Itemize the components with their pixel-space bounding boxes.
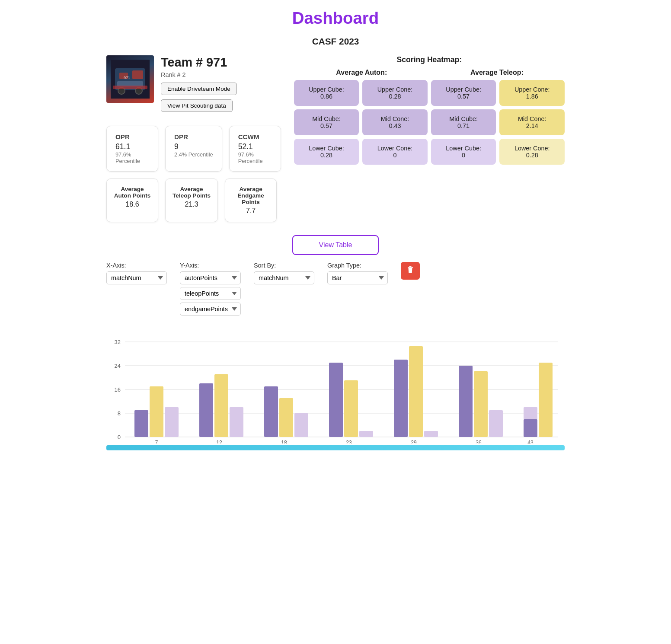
team-rank: Rank # 2 [161,71,237,78]
sort-by-group: Sort By: matchNum [254,262,314,284]
x-axis-label: X-Axis: [106,262,167,269]
svg-rect-27 [264,386,278,437]
graph-type-select[interactable]: Bar [327,271,388,284]
svg-text:8: 8 [118,410,121,417]
x-axis-group: X-Axis: matchNum [106,262,167,284]
scrollbar-thumb [106,445,565,450]
avg-endgame-value: 7.7 [232,207,269,215]
svg-rect-41 [489,410,503,437]
teleop-header: Average Teleop: [429,69,565,77]
svg-rect-31 [329,363,343,437]
heatmap-cell: Upper Cone:0.28 [362,80,428,106]
ccwm-card: CCWM 52.1 97.6%Percentile [229,126,281,172]
y-axis-select-2[interactable]: teleopPoints [180,287,241,300]
avg-endgame-card: AverageEndgamePoints 7.7 [225,179,277,222]
trash-icon [407,266,414,273]
heatmap-cell: Mid Cube:0.57 [294,109,359,135]
y-axis-label: Y-Axis: [180,262,241,269]
graph-type-group: Graph Type: Bar [327,262,388,284]
svg-text:12: 12 [216,440,222,443]
svg-rect-47 [524,407,537,419]
controls-row: X-Axis: matchNum Y-Axis: autonPoints tel… [106,262,565,316]
svg-text:32: 32 [115,339,121,345]
auton-header: Average Auton: [294,69,429,77]
svg-text:24: 24 [115,363,121,369]
stats-grid: OPR 61.1 97.6%Percentile DPR 9 2.4% Perc… [106,126,281,172]
svg-text:43: 43 [527,440,534,443]
y-axis-group: Y-Axis: autonPoints teleopPoints endgame… [180,262,241,316]
svg-text:29: 29 [411,440,417,443]
svg-text:971: 971 [124,76,130,80]
delete-button[interactable] [401,262,420,280]
svg-text:7: 7 [155,440,158,443]
svg-rect-37 [424,431,438,437]
svg-rect-28 [279,398,293,437]
svg-rect-3 [132,70,143,79]
svg-rect-32 [344,380,358,437]
svg-rect-7 [113,86,147,89]
heatmap-cell: Mid Cone:0.43 [362,109,428,135]
avg-teleop-card: AverageTeleop Points 21.3 [165,179,218,222]
dpr-percentile: 2.4% Percentile [174,151,213,158]
heatmap-title: Scoring Heatmap: [294,55,565,64]
opr-card: OPR 61.1 97.6%Percentile [106,126,158,172]
dpr-card: DPR 9 2.4% Percentile [165,126,222,172]
avg-auton-title: AverageAuton Points [114,186,151,199]
view-table-button[interactable]: View Table [292,235,379,255]
svg-rect-39 [459,366,473,437]
chart-scrollbar[interactable] [106,445,565,450]
y-axis-select-1[interactable]: autonPoints [180,271,241,284]
heatmap-cell: Upper Cube:0.86 [294,80,359,106]
opr-title: OPR [115,133,149,140]
team-avatar: 971 [106,55,154,103]
ccwm-title: CCWM [238,133,272,140]
view-pit-scouting-button[interactable]: View Pit Scouting data [161,99,233,112]
ccwm-value: 52.1 [238,142,272,151]
bar-chart: 0 8 16 24 32 7 12 [106,322,565,443]
heatmap-cell: Lower Cone:0 [362,139,428,165]
svg-rect-33 [359,431,373,437]
y-axis-select-3[interactable]: endgamePoints [180,303,241,316]
svg-rect-36 [409,346,423,437]
chart-area: 0 8 16 24 32 7 12 [106,322,565,443]
svg-rect-44 [539,363,553,437]
svg-rect-24 [214,374,228,437]
svg-rect-29 [294,413,308,437]
svg-rect-35 [394,360,408,437]
avg-cards: AverageAuton Points 18.6 AverageTeleop P… [106,179,281,222]
sort-by-select[interactable]: matchNum [254,271,314,284]
svg-rect-21 [165,407,179,437]
svg-text:36: 36 [476,440,482,443]
heatmap-cell: Mid Cone:2.14 [499,109,565,135]
opr-value: 61.1 [115,142,149,151]
svg-rect-20 [150,386,163,437]
avg-auton-card: AverageAuton Points 18.6 [106,179,158,222]
avg-auton-value: 18.6 [114,201,151,208]
svg-rect-23 [199,383,213,437]
svg-text:18: 18 [281,440,287,443]
heatmap-cell: Lower Cone:0.28 [499,139,565,165]
heatmap-grid: Upper Cube:0.86 Upper Cone:0.28 Upper Cu… [294,80,565,165]
svg-text:0: 0 [118,434,121,440]
heatmap-cell: Lower Cube:0 [431,139,496,165]
svg-rect-25 [230,407,243,437]
svg-text:23: 23 [346,440,352,443]
dpr-value: 9 [174,142,213,151]
svg-rect-43 [524,419,537,437]
graph-type-label: Graph Type: [327,262,388,269]
enable-driveteam-button[interactable]: Enable Driveteam Mode [161,83,237,95]
heatmap-cell: Upper Cube:0.57 [431,80,496,106]
avg-endgame-title: AverageEndgamePoints [232,186,269,205]
svg-text:16: 16 [115,386,121,393]
ccwm-percentile: 97.6%Percentile [238,151,272,164]
sort-by-label: Sort By: [254,262,314,269]
heatmap-cell: Mid Cube:0.71 [431,109,496,135]
avg-teleop-title: AverageTeleop Points [173,186,211,199]
event-name: CASF 2023 [106,36,565,47]
x-axis-select[interactable]: matchNum [106,271,167,284]
page-title: Dashboard [106,9,565,28]
svg-rect-40 [474,371,488,437]
avg-teleop-value: 21.3 [173,201,211,208]
opr-percentile: 97.6%Percentile [115,151,149,164]
heatmap-cell: Lower Cube:0.28 [294,139,359,165]
